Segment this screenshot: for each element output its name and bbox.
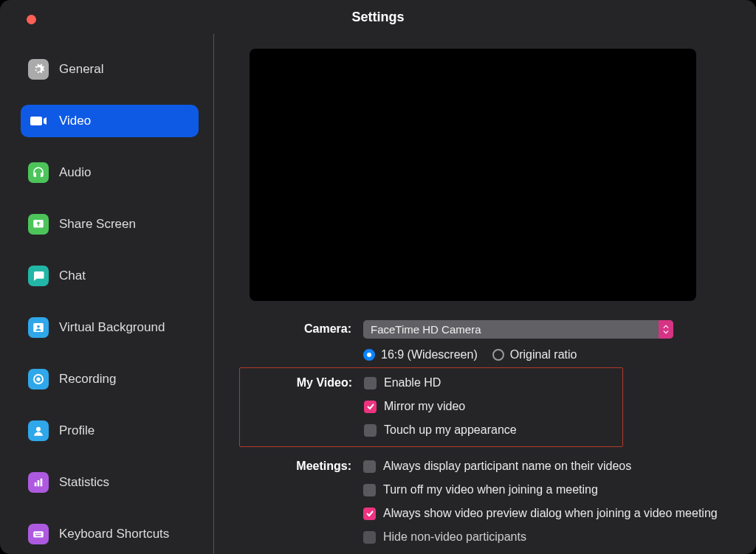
mirror-video-checkbox[interactable]	[364, 401, 377, 413]
sidebar-item-recording[interactable]: Recording	[21, 363, 199, 395]
mirror-video-label: Mirror my video	[384, 400, 465, 413]
sidebar-item-label: Video	[59, 114, 91, 128]
sidebar-item-label: Audio	[59, 165, 91, 180]
sidebar: General Video Audio Share Screen	[0, 34, 214, 554]
turn-off-video-checkbox[interactable]	[363, 484, 376, 496]
profile-icon	[28, 420, 49, 441]
gear-icon	[28, 59, 49, 80]
meetings-label: Meetings:	[245, 460, 363, 473]
settings-window: Settings General Video Audio	[0, 0, 756, 554]
virtual-background-icon	[28, 317, 49, 338]
my-video-highlight: My Video: Enable HD Mirror my video	[239, 367, 623, 447]
sidebar-item-label: Keyboard Shortcuts	[59, 527, 169, 541]
aspect-ratio-row: 16:9 (Widescreen) Original ratio	[245, 348, 753, 361]
video-preview	[250, 49, 696, 301]
sidebar-item-statistics[interactable]: Statistics	[21, 466, 199, 499]
video-settings-form: Camera: FaceTime HD Camera 16:9 (Widescr…	[245, 317, 753, 549]
radio-unchecked-icon	[492, 349, 504, 361]
svg-rect-10	[35, 533, 37, 535]
touch-up-checkbox[interactable]	[364, 424, 377, 437]
camera-select[interactable]: FaceTime HD Camera	[363, 320, 673, 339]
titlebar: Settings	[0, 0, 756, 34]
sidebar-item-audio[interactable]: Audio	[21, 156, 199, 189]
keyboard-icon	[28, 524, 49, 544]
enable-hd-label: Enable HD	[384, 376, 441, 389]
camera-row: Camera: FaceTime HD Camera	[245, 317, 753, 341]
hide-non-video-checkbox[interactable]	[363, 531, 376, 544]
turn-off-video-label: Turn off my video when joining a meeting	[383, 483, 598, 496]
camera-label: Camera:	[245, 322, 363, 336]
sidebar-item-label: Recording	[59, 372, 117, 387]
sidebar-item-video[interactable]: Video	[21, 105, 199, 137]
content-panel: Camera: FaceTime HD Camera 16:9 (Widescr…	[214, 34, 756, 554]
sidebar-item-general[interactable]: General	[21, 53, 199, 86]
svg-rect-9	[33, 531, 44, 537]
sidebar-item-label: Statistics	[59, 475, 109, 490]
share-screen-icon	[28, 214, 49, 235]
preview-dialog-row: Always show video preview dialog when jo…	[245, 502, 753, 525]
preview-dialog-label: Always show video preview dialog when jo…	[383, 507, 718, 520]
svg-rect-6	[35, 482, 37, 486]
aspect-16-9-label: 16:9 (Widescreen)	[381, 348, 478, 361]
sidebar-item-label: Chat	[59, 269, 86, 283]
sidebar-item-virtual-background[interactable]: Virtual Background	[21, 311, 199, 344]
sidebar-item-share-screen[interactable]: Share Screen	[21, 208, 199, 240]
svg-rect-12	[38, 533, 40, 535]
svg-point-2	[37, 325, 40, 328]
display-name-checkbox[interactable]	[363, 460, 376, 473]
sidebar-item-profile[interactable]: Profile	[21, 415, 199, 447]
svg-point-5	[36, 427, 41, 432]
radio-checked-icon	[363, 349, 375, 361]
body: General Video Audio Share Screen	[0, 34, 756, 554]
sidebar-item-label: Virtual Background	[59, 320, 165, 335]
svg-rect-8	[41, 479, 43, 487]
traffic-lights	[27, 15, 36, 24]
svg-rect-14	[35, 535, 41, 536]
enable-hd-checkbox[interactable]	[364, 377, 377, 389]
svg-rect-13	[40, 533, 41, 535]
svg-rect-11	[37, 533, 38, 535]
chat-icon	[28, 266, 49, 286]
touch-up-row: Touch up my appearance	[246, 418, 622, 442]
video-camera-icon	[28, 111, 49, 131]
my-video-label: My Video:	[246, 376, 364, 389]
sidebar-item-chat[interactable]: Chat	[21, 260, 199, 292]
hide-non-video-row: Hide non-video participants	[245, 525, 753, 549]
bar-chart-icon	[28, 472, 49, 493]
mirror-video-row: Mirror my video	[246, 395, 622, 418]
display-name-label: Always display participant name on their…	[383, 460, 631, 473]
hide-non-video-label: Hide non-video participants	[383, 530, 526, 544]
headphones-icon	[28, 162, 49, 183]
turn-off-video-row: Turn off my video when joining a meeting	[245, 478, 753, 502]
camera-select-value: FaceTime HD Camera	[371, 323, 481, 336]
aspect-original-radio[interactable]: Original ratio	[492, 348, 577, 361]
recording-icon	[28, 369, 49, 389]
window-title: Settings	[351, 10, 404, 25]
display-name-row: Meetings: Always display participant nam…	[245, 454, 753, 478]
svg-rect-7	[38, 480, 40, 486]
close-window-icon[interactable]	[27, 15, 36, 24]
touch-up-label: Touch up my appearance	[384, 423, 517, 437]
sidebar-item-label: General	[59, 62, 103, 77]
aspect-16-9-radio[interactable]: 16:9 (Widescreen)	[363, 348, 478, 361]
svg-point-4	[36, 377, 40, 381]
select-chevrons-icon	[659, 320, 673, 339]
sidebar-item-label: Profile	[59, 423, 94, 438]
preview-dialog-checkbox[interactable]	[363, 508, 376, 520]
enable-hd-row: My Video: Enable HD	[246, 371, 622, 395]
sidebar-item-keyboard-shortcuts[interactable]: Keyboard Shortcuts	[21, 518, 199, 550]
aspect-original-label: Original ratio	[510, 348, 577, 361]
sidebar-item-label: Share Screen	[59, 217, 136, 232]
